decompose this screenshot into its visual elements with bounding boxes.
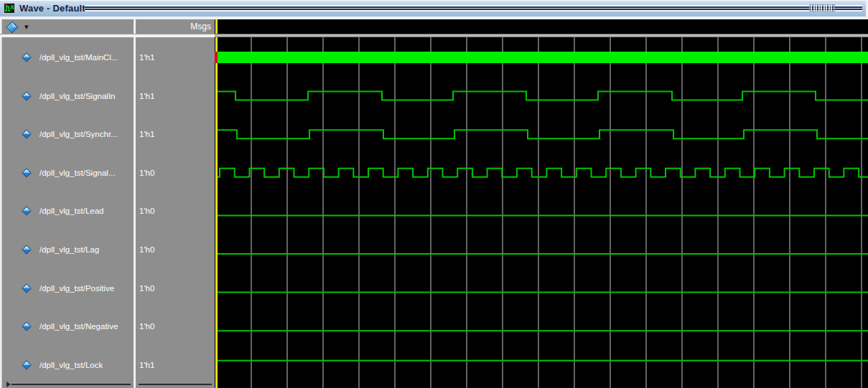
signal-diamond-icon: [22, 168, 32, 178]
titlebar-grip[interactable]: [809, 4, 835, 11]
signal-row[interactable]: /dpll_vlg_tst/Lock: [2, 350, 134, 380]
wave-window: Wave - Default ▾ Msgs /dpll_vlg_tst/: [0, 0, 868, 388]
signal-name: /dpll_vlg_tst/Signal...: [39, 169, 115, 177]
signal-diamond-icon: [22, 91, 32, 101]
signal-value: 1'h1: [136, 42, 215, 72]
titlebar-stripes: [85, 5, 862, 13]
header-separator-left: [0, 34, 215, 37]
signal-value: 1'h0: [136, 273, 215, 303]
name-panel-scroll-arrow-icon[interactable]: [6, 382, 11, 387]
signal-name: /dpll_vlg_tst/Lock: [39, 361, 103, 369]
signal-diamond-icon: [22, 206, 32, 216]
waveform-clock-bar: [218, 52, 868, 63]
signal-tree-dropdown[interactable]: ▾: [6, 21, 34, 34]
cursor-edge-marker: [215, 52, 218, 63]
signal-value: 1'h0: [136, 158, 215, 188]
signal-row[interactable]: /dpll_vlg_tst/SignalIn: [2, 81, 134, 111]
signal-value: 1'h1: [136, 350, 215, 380]
diamond-dropdown-icon: [6, 21, 19, 34]
signal-value: 1'h0: [136, 235, 215, 265]
signal-row[interactable]: /dpll_vlg_tst/Signal...: [2, 158, 134, 188]
signal-name: /dpll_vlg_tst/MainCl...: [39, 53, 118, 62]
signal-name: /dpll_vlg_tst/Negative: [39, 322, 118, 331]
signal-row[interactable]: /dpll_vlg_tst/Lag: [2, 235, 134, 265]
titlebar[interactable]: Wave - Default: [0, 0, 868, 16]
signal-diamond-icon: [22, 245, 32, 255]
msgs-column-header[interactable]: Msgs: [136, 19, 215, 34]
signal-value: 1'h0: [136, 196, 215, 226]
name-panel-scrollbar[interactable]: [11, 384, 131, 385]
signal-diamond-icon: [22, 360, 32, 370]
window-title: Wave - Default: [19, 3, 85, 14]
signal-value: 1'h1: [136, 81, 215, 111]
wave-window-icon: [4, 3, 15, 14]
signal-name: /dpll_vlg_tst/Lead: [39, 207, 104, 215]
wave-canvas[interactable]: [215, 19, 868, 388]
header-separator-right: [215, 34, 868, 37]
signal-row[interactable]: /dpll_vlg_tst/Synchr...: [2, 119, 134, 149]
dropdown-caret-icon: ▾: [24, 22, 29, 32]
signal-name: /dpll_vlg_tst/Positive: [39, 284, 114, 293]
signal-row[interactable]: /dpll_vlg_tst/MainCl...: [2, 42, 134, 72]
msgs-panel-scrollbar[interactable]: [139, 384, 212, 385]
signal-value: 1'h1: [136, 119, 215, 149]
signal-name: /dpll_vlg_tst/SignalIn: [39, 92, 115, 100]
signal-name: /dpll_vlg_tst/Lag: [39, 245, 99, 254]
signal-row[interactable]: /dpll_vlg_tst/Lead: [2, 196, 134, 226]
signal-diamond-icon: [22, 283, 32, 293]
signal-diamond-icon: [22, 321, 32, 331]
signal-row[interactable]: /dpll_vlg_tst/Negative: [2, 311, 134, 341]
signal-diamond-icon: [22, 129, 32, 139]
wave-background: [215, 19, 868, 388]
signal-row[interactable]: /dpll_vlg_tst/Positive: [2, 273, 134, 303]
signal-diamond-icon: [22, 52, 32, 62]
signal-name: /dpll_vlg_tst/Synchr...: [39, 130, 118, 138]
signal-value: 1'h0: [136, 311, 215, 341]
